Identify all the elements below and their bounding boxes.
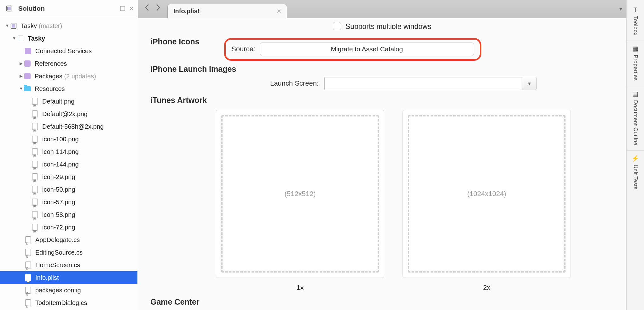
file-label: TodoItemDialog.cs — [34, 296, 87, 309]
artwork-dropzone[interactable]: (512x512) — [216, 110, 384, 278]
launch-screen-dropdown-button[interactable]: ▼ — [522, 77, 537, 90]
image-file-icon — [32, 211, 38, 218]
editor-body: Supports multiple windows iPhone Icons S… — [138, 18, 626, 310]
file-node[interactable]: icon-50.png — [0, 183, 137, 196]
file-node[interactable]: icon-57.png — [0, 196, 137, 208]
rail-tab-document-outline[interactable]: ▤Document Outline — [627, 86, 644, 151]
launch-screen-combo[interactable]: ▼ — [324, 77, 537, 90]
file-label: Default.png — [41, 95, 74, 108]
source-label: Source: — [231, 45, 255, 53]
image-file-icon — [32, 123, 38, 130]
file-label: icon-114.png — [41, 145, 79, 158]
file-label: Info.plist — [34, 271, 59, 284]
file-node[interactable]: TodoItemDialog.cs — [0, 296, 137, 309]
image-file-icon — [32, 161, 38, 168]
launch-screen-input[interactable] — [324, 77, 522, 90]
tab-overflow-icon[interactable]: ▼ — [618, 6, 623, 12]
file-label: packages.config — [34, 284, 81, 296]
solution-pane-header: Solution — [0, 0, 137, 17]
chevron-right-icon[interactable]: ▶ — [18, 70, 24, 82]
file-icon — [25, 274, 32, 281]
file-node[interactable]: icon-29.png — [0, 171, 137, 183]
artwork-dropzone[interactable]: (1024x1024) — [403, 110, 571, 278]
connected-services-node[interactable]: Connected Services — [0, 45, 137, 57]
file-node[interactable]: EditingSource.cs — [0, 246, 137, 259]
rail-tab-unit-tests[interactable]: ⚡Unit Tests — [627, 151, 644, 194]
chevron-right-icon[interactable]: ▶ — [18, 57, 24, 70]
image-file-icon — [32, 148, 38, 155]
chevron-down-icon[interactable]: ▼ — [11, 32, 17, 45]
solution-pane-title: Solution — [18, 5, 45, 12]
supports-multiple-windows-checkbox[interactable] — [333, 22, 341, 30]
file-label: EditingSource.cs — [34, 246, 83, 259]
section-itunes-artwork: iTunes Artwork — [150, 96, 614, 105]
solution-label: Tasky — [21, 22, 37, 29]
artwork-row: (512x512)1x(1024x1024)2x — [150, 108, 614, 292]
file-node[interactable]: icon-144.png — [0, 158, 137, 171]
tab-infoplist[interactable]: Info.plist — [167, 4, 287, 18]
solution-dock-icon[interactable] — [120, 6, 125, 11]
file-node[interactable]: Default.png — [0, 95, 137, 108]
launch-screen-label: Launch Screen: — [150, 79, 321, 87]
packages-updates: (2 updates) — [64, 73, 96, 80]
connected-services-label: Connected Services — [34, 45, 92, 57]
file-label: Default@2x.png — [41, 108, 88, 120]
svg-rect-4 — [12, 24, 15, 28]
folder-icon — [24, 85, 31, 92]
file-icon — [25, 249, 32, 256]
rail-tab-icon: T — [633, 6, 637, 14]
solution-close-icon[interactable] — [129, 6, 134, 11]
file-node[interactable]: Info.plist — [0, 271, 137, 284]
file-icon — [25, 287, 32, 294]
solution-branch: (master) — [39, 22, 62, 29]
file-node[interactable]: Default-568h@2x.png — [0, 120, 137, 133]
image-file-icon — [32, 173, 38, 180]
file-label: AppDelegate.cs — [34, 234, 80, 246]
file-node[interactable]: icon-114.png — [0, 145, 137, 158]
artwork-placeholder: (1024x1024) — [467, 190, 506, 198]
artwork-caption: 2x — [483, 284, 490, 292]
file-node[interactable]: packages.config — [0, 284, 137, 296]
project-icon — [17, 35, 24, 42]
file-label: icon-58.png — [41, 208, 75, 221]
image-file-icon — [32, 224, 38, 231]
references-node[interactable]: ▶ References — [0, 57, 137, 70]
file-node[interactable]: AppDelegate.cs — [0, 234, 137, 246]
file-icon — [25, 262, 32, 268]
solution-pane: Solution ▼ Tasky (master) ▼ Tasky — [0, 0, 138, 310]
chevron-down-icon[interactable]: ▼ — [4, 20, 10, 32]
rail-tab-properties[interactable]: ▦Properties — [627, 41, 644, 86]
file-node[interactable]: Default@2x.png — [0, 108, 137, 120]
rail-tab-toolbox[interactable]: TToolbox — [627, 3, 644, 41]
file-node[interactable]: icon-72.png — [0, 221, 137, 234]
resources-label: Resources — [33, 82, 65, 95]
migrate-to-asset-catalog-button[interactable]: Migrate to Asset Catalog — [260, 42, 474, 56]
svg-rect-2 — [120, 6, 125, 11]
chevron-down-icon[interactable]: ▼ — [18, 82, 24, 95]
services-icon — [25, 48, 32, 54]
nav-back-button[interactable] — [142, 3, 152, 12]
section-launch-images: iPhone Launch Images — [150, 65, 614, 74]
nav-forward-button[interactable] — [154, 3, 163, 12]
rail-tab-label: Properties — [632, 55, 639, 81]
project-node[interactable]: ▼ Tasky — [0, 32, 137, 45]
image-file-icon — [32, 98, 38, 105]
file-label: HomeScreen.cs — [34, 259, 80, 271]
file-node[interactable]: icon-58.png — [0, 208, 137, 221]
file-label: Default-568h@2x.png — [41, 120, 104, 133]
image-file-icon — [32, 199, 38, 206]
solution-node[interactable]: ▼ Tasky (master) — [0, 20, 137, 32]
file-node[interactable]: icon-100.png — [0, 133, 137, 145]
resources-node[interactable]: ▼ Resources — [0, 82, 137, 95]
source-highlight: Source: Migrate to Asset Catalog — [224, 38, 481, 61]
file-icon — [25, 236, 32, 243]
project-label: Tasky — [26, 32, 45, 45]
tab-close-icon[interactable] — [277, 9, 281, 14]
rail-tab-icon: ⚡ — [631, 155, 639, 162]
solution-icon — [10, 22, 17, 29]
solution-icon — [6, 5, 13, 12]
file-node[interactable]: HomeScreen.cs — [0, 259, 137, 271]
artwork-placeholder: (512x512) — [284, 190, 316, 198]
packages-node[interactable]: ▶ Packages (2 updates) — [0, 70, 137, 82]
app-root: Solution ▼ Tasky (master) ▼ Tasky — [0, 0, 644, 310]
